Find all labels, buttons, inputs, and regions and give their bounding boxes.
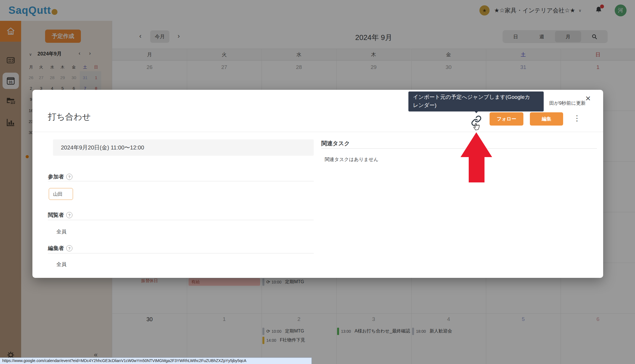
- editors-value: 全員: [56, 261, 67, 268]
- event-title: 打ち合わせ: [48, 111, 91, 123]
- help-icon[interactable]: ?: [66, 245, 72, 251]
- updated-note: 田が9秒前に更新: [549, 100, 586, 106]
- close-icon[interactable]: ×: [585, 94, 591, 103]
- editors-section: 編集者 ?: [48, 245, 72, 252]
- divider: [48, 253, 314, 253]
- participant-chip[interactable]: 山田: [49, 188, 73, 200]
- help-icon[interactable]: ?: [66, 212, 72, 218]
- divider: [321, 148, 597, 149]
- related-tasks-empty: 関連タスクはありません: [325, 156, 379, 163]
- app-screen: SaqQutt ★ ★☆家具・インテリア会社☆★ ∨ 河 31: [0, 0, 635, 364]
- edit-button[interactable]: 編集: [530, 112, 563, 126]
- help-icon[interactable]: ?: [66, 174, 72, 180]
- divider: [48, 181, 314, 181]
- follow-button[interactable]: フォロー: [490, 112, 523, 126]
- participants-section: 参加者 ?: [48, 173, 72, 180]
- more-options-icon[interactable]: ⋮: [573, 114, 581, 123]
- cursor-hand-icon: [473, 121, 481, 131]
- viewers-value: 全員: [56, 228, 67, 235]
- tooltip-arrow: [474, 110, 479, 116]
- browser-status-bar: https://www.google.com/calendar/event?ei…: [0, 358, 312, 364]
- annotation-arrow-icon: [459, 131, 493, 184]
- event-datetime: 2024年9月20日(金) 11:00〜12:00: [53, 139, 314, 156]
- viewers-section: 閲覧者 ?: [48, 211, 72, 219]
- divider: [32, 132, 603, 132]
- event-detail-modal: × 田が9秒前に更新 打ち合わせ フォロー 編集 ⋮ 2024年9月20日(金)…: [32, 90, 603, 278]
- link-tooltip: インポート元の予定へジャンプします(Googleカ レンダー): [408, 91, 544, 111]
- divider: [48, 220, 314, 220]
- related-tasks-heading: 関連タスク: [321, 140, 350, 147]
